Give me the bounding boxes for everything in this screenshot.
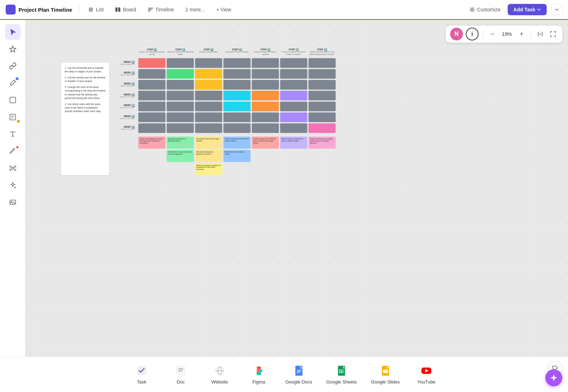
main-area: N i − 19% + 1. Use the h (0, 20, 568, 357)
svg-point-14 (10, 166, 11, 167)
cell-w7-s2 (167, 123, 194, 133)
zoom-controls: N i − 19% + (446, 26, 562, 43)
cell-w7-s4 (223, 123, 250, 133)
cell-w5-s3 (195, 101, 222, 111)
instruction-2: 2. Use the vertical axis for the timelin… (65, 76, 106, 83)
cell-w7-s5 (252, 123, 279, 133)
cell-w1-s6 (280, 58, 307, 68)
pen-icon (9, 147, 17, 155)
nav-view[interactable]: + View (212, 5, 235, 15)
sidebar-ai[interactable] (5, 177, 21, 193)
taskbar-youtube[interactable]: YouTube (414, 364, 439, 385)
sidebar-pencil[interactable] (5, 75, 21, 91)
note-icon (9, 113, 17, 121)
cell-w7-s6 (280, 123, 307, 133)
google-sheets-icon (335, 364, 348, 377)
sticky-5-0: Monitor impact in sales after a week of … (280, 137, 307, 149)
sidebar-pen[interactable] (5, 143, 21, 159)
instructions-card: 1. Use the horizontal axis to indicate t… (61, 63, 109, 175)
sticky-1-0: Schedule presentation to Marketing Heads… (167, 137, 194, 149)
cell-w7-s3 (195, 123, 222, 133)
link-icon (9, 62, 17, 70)
fullscreen-button[interactable] (548, 29, 558, 39)
svg-rect-35 (297, 372, 300, 373)
cell-w4-s5 (252, 91, 279, 100)
nav-more[interactable]: 2 more... (181, 5, 209, 15)
taskbar-google-sheets[interactable]: Google Sheets (326, 364, 357, 385)
cell-w6-s3 (195, 112, 222, 122)
step-1-header: STEP 1️⃣ Create your Marketing promotion… (138, 48, 166, 56)
sidebar-link[interactable] (5, 58, 21, 74)
zoom-in-button[interactable]: + (517, 29, 526, 39)
taskbar-google-slides[interactable]: Google Slides (371, 364, 400, 385)
sticky-col-3: Prepare the target market for the implem… (223, 137, 250, 175)
svg-rect-43 (383, 370, 388, 373)
svg-rect-22 (178, 368, 183, 369)
sidebar-note[interactable] (5, 109, 21, 125)
image-icon (9, 198, 17, 206)
step-2-header: STEP 2️⃣ Submit for approval to Marketin… (167, 48, 194, 56)
add-task-button[interactable]: Add Task (508, 4, 547, 15)
customize-btn[interactable]: Customize (465, 5, 505, 15)
cell-w4-s3 (195, 91, 222, 100)
cell-w2-s1 (138, 69, 166, 78)
fit-width-button[interactable] (535, 29, 545, 39)
sidebar-text[interactable] (5, 126, 21, 142)
cell-w1-s1 (138, 58, 166, 68)
cell-w6-s7 (308, 112, 336, 122)
svg-rect-40 (339, 370, 340, 373)
youtube-icon (420, 364, 433, 377)
text-icon (9, 130, 17, 138)
cell-w5-s4 (223, 101, 250, 111)
bottom-taskbar: Task Doc Website (0, 357, 568, 392)
svg-rect-2 (89, 8, 93, 9)
tab-timeline[interactable]: Timeline (143, 5, 178, 15)
week-row-3: WEEK 3️⃣ Month: May 2022 (114, 80, 336, 89)
info-button[interactable]: i (466, 28, 479, 40)
step-headers: STEP 1️⃣ Create your Marketing promotion… (114, 48, 336, 56)
fit-width-icon (537, 31, 544, 37)
sidebar-network[interactable] (5, 160, 21, 176)
sidebar-image[interactable] (5, 194, 21, 210)
taskbar-doc[interactable]: Doc (168, 364, 193, 385)
gear-icon (469, 7, 475, 12)
taskbar-figma[interactable]: Figma (246, 364, 271, 385)
taskbar-task[interactable]: Task (129, 364, 154, 385)
help-button[interactable] (545, 369, 562, 386)
sidebar-cursor[interactable] (5, 24, 21, 40)
svg-rect-11 (10, 97, 16, 103)
nav-more-chevron[interactable] (551, 4, 562, 15)
app-title: Project Plan Timeline (18, 7, 72, 13)
top-nav: 🚀 Project Plan Timeline List Board Timel… (0, 0, 568, 20)
zoom-value: 19% (500, 31, 514, 37)
left-sidebar (0, 20, 26, 357)
sticky-3-1: Implement the promotional activity. (223, 150, 250, 162)
svg-rect-32 (295, 366, 300, 376)
sticky-2-2: Monitor the budget expenditure in prepar… (195, 163, 222, 175)
canvas-area[interactable]: N i − 19% + 1. Use the h (26, 20, 568, 357)
sticky-0-0: Submit the marketing concept to the Depa… (138, 137, 166, 149)
cell-w7-s7 (308, 123, 336, 133)
taskbar-website[interactable]: Website (207, 364, 232, 385)
sticky-col-1: Schedule presentation to Marketing Heads… (167, 137, 194, 175)
avatar: N (450, 28, 463, 40)
cell-w6-s1 (138, 112, 166, 122)
google-docs-icon (293, 364, 305, 377)
svg-rect-41 (341, 370, 342, 373)
taskbar-google-docs[interactable]: Google Docs (285, 364, 312, 385)
pencil-icon (9, 79, 17, 87)
chevron-down-icon (537, 7, 541, 12)
sidebar-shape[interactable] (5, 92, 21, 108)
tab-list[interactable]: List (84, 5, 108, 15)
tab-board[interactable]: Board (111, 5, 140, 15)
sidebar-sparkle[interactable] (5, 41, 21, 57)
cell-w5-s6 (280, 101, 307, 111)
cell-w3-s4 (223, 80, 250, 89)
sticky-2-0: Compute for the overall budget needed. (195, 137, 222, 149)
cell-w4-s6 (280, 91, 307, 100)
svg-rect-21 (176, 366, 185, 375)
svg-rect-28 (257, 372, 261, 375)
cell-w2-s5 (252, 69, 279, 78)
zoom-out-button[interactable]: − (487, 29, 497, 39)
cell-w3-s1 (138, 80, 166, 89)
